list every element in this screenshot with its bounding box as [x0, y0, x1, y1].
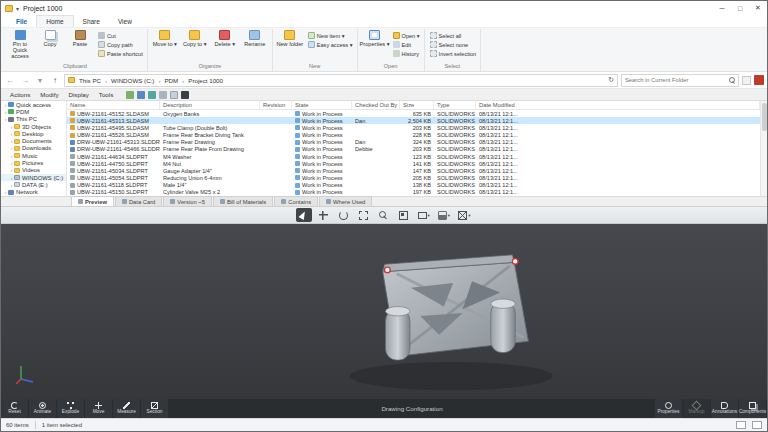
pdm-menu-item[interactable]: Modify — [35, 91, 63, 98]
tab-view[interactable]: View — [109, 16, 141, 27]
ribbon-button[interactable]: Select none — [428, 40, 479, 49]
ribbon-button[interactable]: Move to ▾ — [150, 29, 180, 62]
ribbon-button[interactable]: New folder — [275, 29, 305, 62]
viewer-panel-button[interactable]: Markup — [683, 399, 710, 418]
close-button[interactable]: ✕ — [749, 1, 767, 15]
viewer-tool-button[interactable] — [316, 208, 332, 222]
viewer-tool-button[interactable] — [376, 208, 392, 222]
viewer-panel-button[interactable]: Properties — [655, 399, 682, 418]
ribbon-button[interactable]: Open ▾ — [391, 31, 422, 40]
column-header[interactable]: Description — [160, 101, 260, 109]
viewer-action-button[interactable]: Explode — [57, 399, 84, 418]
sidebar-item[interactable]: › DATA (E:) — [1, 181, 66, 188]
viewer-action-button[interactable]: Move — [85, 399, 112, 418]
column-header[interactable]: Name — [67, 101, 160, 109]
checkin-icon[interactable] — [137, 91, 145, 99]
viewer-panel-button[interactable]: Components — [739, 399, 766, 418]
sidebar-item[interactable]: › Pictures — [1, 159, 66, 166]
table-row[interactable]: UBW-21161-44750.SLDPRT M4 Nut Work in Pr… — [67, 160, 760, 167]
searchtool-icon[interactable] — [170, 91, 178, 99]
preview-tab[interactable]: Where Used — [319, 196, 372, 206]
sidebar-item[interactable]: › Network — [1, 189, 66, 196]
table-row[interactable]: UBW-21161-45495.SLDASM Tube Clamp (Doubl… — [67, 124, 760, 131]
column-header[interactable]: Date Modified — [476, 101, 760, 109]
refresh-icon[interactable]: ↻ — [608, 76, 614, 84]
ribbon-button[interactable]: Pin to Quick access — [5, 29, 35, 62]
details-view-toggle-icon[interactable] — [736, 421, 746, 429]
table-row[interactable]: UBW-21161-45526.SLDASM Frame Rear Bracke… — [67, 131, 760, 138]
checkout-icon[interactable] — [126, 91, 134, 99]
tab-share[interactable]: Share — [74, 16, 109, 27]
file-list-scrollbar[interactable] — [760, 101, 767, 196]
table-row[interactable]: UBW-21161-45034.SLDPRT Gauge Adapter 1/4… — [67, 167, 760, 174]
configuration-label[interactable]: Drawing Configuration — [169, 399, 655, 418]
ribbon-button[interactable]: Paste — [65, 29, 95, 62]
table-row[interactable]: UBW-21161-45313.SLDASM Work in Process D… — [67, 117, 760, 124]
search-icon[interactable] — [729, 77, 735, 83]
up-button[interactable]: ↑ — [49, 76, 61, 85]
tab-home[interactable]: Home — [36, 15, 73, 27]
ribbon-button[interactable]: Copy — [35, 29, 65, 62]
viewer-action-button[interactable]: Measure — [113, 399, 140, 418]
viewer-tool-button[interactable]: ▾ — [436, 208, 452, 222]
ribbon-button[interactable]: Paste shortcut — [96, 49, 145, 58]
sidebar-item[interactable]: › Desktop — [1, 130, 66, 137]
minimize-button[interactable]: ─ — [713, 1, 731, 15]
preview-viewport[interactable] — [1, 224, 767, 399]
viewer-tool-button[interactable]: ▾ — [456, 208, 472, 222]
favorite-icon[interactable] — [181, 91, 189, 99]
sidebar-item[interactable]: › Documents — [1, 137, 66, 144]
search-box[interactable] — [621, 74, 739, 87]
ribbon-button[interactable]: Properties ▾ — [360, 29, 390, 62]
table-row[interactable]: UBW-21161-45118.SLDPRT Male 1/4" Work in… — [67, 182, 760, 189]
sidebar-item[interactable]: › Videos — [1, 167, 66, 174]
viewer-tool-button[interactable] — [396, 208, 412, 222]
quick-access-toolbar-caret[interactable]: ▾ — [16, 5, 19, 12]
table-row[interactable]: UBW-21161-45152.SLDASM Oxygen Banks Work… — [67, 110, 760, 117]
breadcrumb-this-pc[interactable]: This PC — [77, 77, 103, 84]
preview-tab[interactable]: Preview — [71, 196, 114, 206]
ribbon-button[interactable]: New item ▾ — [306, 31, 355, 40]
maximize-button[interactable]: □ — [731, 1, 749, 15]
column-header[interactable]: Revision — [260, 101, 292, 109]
pdm-menu-item[interactable]: Actions — [5, 91, 35, 98]
ribbon-button[interactable]: Invert selection — [428, 49, 479, 58]
viewer-tool-button[interactable]: ▾ — [416, 208, 432, 222]
cad-model[interactable] — [331, 236, 566, 394]
sidebar-item[interactable]: › PDM — [1, 108, 66, 115]
preview-tab[interactable]: Bill of Materials — [213, 196, 273, 206]
ribbon-button[interactable]: Rename — [240, 29, 270, 62]
ribbon-button[interactable]: Copy path — [96, 40, 145, 49]
table-row[interactable]: UBW-21161-45054.SLDPRT Reducing Union 6-… — [67, 174, 760, 181]
column-header[interactable]: Size — [400, 101, 434, 109]
column-header[interactable]: Checked Out By — [352, 101, 400, 109]
forward-button[interactable]: → — [19, 76, 31, 85]
breadcrumb-project-1000[interactable]: Project 1000 — [186, 77, 225, 84]
table-row[interactable]: DRW-UBW-21161-45313.SLDDRW Frame Rear Dr… — [67, 139, 760, 146]
column-header[interactable]: Type — [434, 101, 476, 109]
getlatest-icon[interactable] — [148, 91, 156, 99]
preview-tab[interactable]: Version ~5 — [163, 196, 212, 206]
sidebar-item[interactable]: › Music — [1, 152, 66, 159]
ribbon-button[interactable]: Delete ▾ — [210, 29, 240, 62]
preview-tab[interactable]: Contains — [274, 196, 318, 206]
ribbon-button[interactable]: Edit — [391, 40, 422, 49]
search-input[interactable] — [625, 77, 729, 83]
pdm-user-badge-icon[interactable] — [754, 75, 764, 85]
back-button[interactable]: ← — [4, 76, 16, 85]
pdm-menu-item[interactable]: Display — [64, 91, 94, 98]
viewer-tool-button[interactable] — [356, 208, 372, 222]
breadcrumb-windows-c[interactable]: WINDOWS (C:) — [109, 77, 156, 84]
pdm-menu-item[interactable]: Tools — [94, 91, 118, 98]
breadcrumb-pdm[interactable]: PDM — [162, 77, 180, 84]
ribbon-button[interactable]: Select all — [428, 31, 479, 40]
sidebar-item[interactable]: › This PC — [1, 116, 66, 123]
thumbnail-view-toggle-icon[interactable] — [752, 421, 762, 429]
breadcrumb[interactable]: This PC › WINDOWS (C:) › PDM › Project 1… — [64, 74, 618, 87]
table-row[interactable]: UBW-21161-45150.SLDPRT Cylinder Valve M2… — [67, 189, 760, 196]
ribbon-button[interactable]: Cut — [96, 31, 145, 40]
column-header[interactable]: State — [292, 101, 352, 109]
table-row[interactable]: DRW-UBW-21161-45466.SLDDRW Frame Rear Pl… — [67, 146, 760, 153]
sidebar-item[interactable]: › WINDOWS (C:) — [1, 174, 66, 181]
table-row[interactable]: UBW-21161-44634.SLDPRT M4 Washer Work in… — [67, 153, 760, 160]
